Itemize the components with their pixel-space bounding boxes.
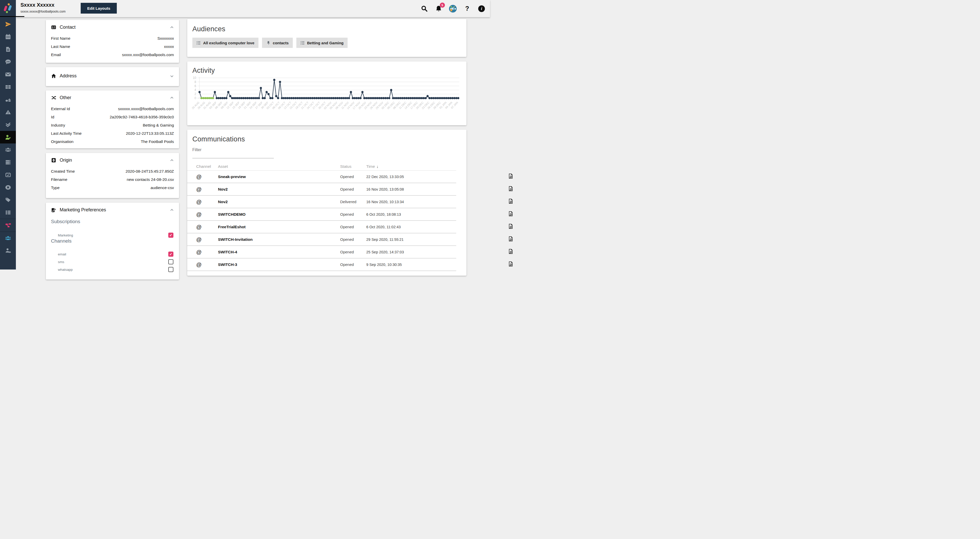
table-row: @ SWITCH-Invitation Opened 29 Sep 2020, … [187,234,456,246]
filter-input[interactable] [192,152,274,158]
whats-new-icon[interactable] [449,5,457,13]
field-label: Id [51,115,54,119]
help-icon[interactable]: ? [463,5,471,13]
chevron-up-icon[interactable] [170,96,174,100]
field-label: External Id [51,107,70,111]
svg-text:SMS: SMS [6,61,10,62]
field-row: Last Namexxxxx [46,45,179,49]
channel-row: sms [46,259,179,264]
pin-icon [266,41,270,45]
email-channel-icon: @ [196,249,218,255]
shuffle-icon [51,95,56,100]
sidebar-item-calendar[interactable] [0,30,16,43]
svg-text:10: 10 [193,76,196,79]
sms-checkbox-unchecked[interactable] [168,259,173,264]
time-text: 6 Oct 2020, 11:02:43 [366,225,443,229]
card-title: Address [60,73,170,79]
field-value: audience-csv [70,186,174,190]
sidebar-item-documents[interactable] [0,43,16,56]
time-text: 22 Dec 2020, 13:33:05 [366,175,443,179]
chevron-up-icon[interactable] [170,25,174,29]
field-value: 2020-12-22T13:33:05.113Z [92,131,174,136]
chevron-up-icon[interactable] [170,208,174,212]
sidebar-item-automation[interactable] [0,219,16,232]
field-value: Betting & Gaming [75,123,174,127]
communications-card: Communications Filter Channel Asset Stat… [187,130,466,269]
table-header-row: Channel Asset Status Time↓ [187,162,456,171]
audience-chip[interactable]: All excluding computer love [192,38,258,48]
table-row: @ SWITCH-4 Opened 25 Sep 2020, 14:37:03 [187,246,456,259]
audiences-card: Audiences All excluding computer love co… [187,19,466,57]
contact-card: Contact First NameSxxxxxxx Last Namexxxx… [46,20,179,63]
calendar-check-icon [5,172,11,178]
table-row: @ Nov2 Delivered 16 Nov 2020, 10:13:34 [187,196,456,208]
sidebar-item-community[interactable] [0,232,16,244]
table-row: @ Nov2 Opened 16 Nov 2020, 13:05:08 [187,183,456,196]
status-text: Opened [340,250,366,254]
origin-card: Origin Created Time2020-08-24T15:45:27.8… [46,153,179,198]
audience-chip[interactable]: contacts [262,38,293,48]
sidebar-item-contacts-active[interactable] [0,131,16,143]
sidebar-nav: SMS [0,18,16,257]
time-text: 29 Sep 2020, 11:55:21 [366,237,443,242]
edit-layouts-button[interactable]: Edit Layouts [81,3,117,14]
double-check-icon [5,121,11,128]
sidebar-item-assets[interactable] [0,93,16,106]
card-title: Origin [60,157,170,163]
sidebar-item-suppressions[interactable] [0,181,16,194]
audiences-title: Audiences [187,19,466,33]
sidebar-item-approvals[interactable] [0,118,16,131]
asset-name: Nov2 [218,200,340,204]
field-value: xxxxx [80,45,174,49]
chevron-up-icon[interactable] [170,158,174,162]
notifications-bell-icon[interactable]: 5 [435,5,442,13]
people-group-blue-icon [5,235,11,241]
info-circle-glyph: i [478,5,485,12]
field-value: Sxxxxxxx [81,36,174,41]
field-label: First Name [51,36,70,41]
table-row: @ SWITCHDEMO Opened 6 Oct 2020, 18:08:13 [187,208,456,221]
col-header-asset[interactable]: Asset [218,164,340,169]
sidebar-item-send[interactable] [0,18,16,30]
sidebar-item-data[interactable] [0,156,16,169]
info-icon[interactable]: i [478,5,485,13]
other-card: Other External Idsxxxxx.xxxx@footballpoo… [46,91,179,148]
sidebar-item-tables[interactable] [0,81,16,93]
col-header-time[interactable]: Time↓ [366,164,443,169]
field-label: Email [51,52,61,57]
marketing-checkbox-checked[interactable]: ✓ [168,233,173,238]
sidebar-item-tags[interactable] [0,194,16,206]
field-label: Organisation [51,139,73,144]
activity-card: Activity 108642025 AUG28 AUG31 AUG03 SEP… [187,62,466,125]
person-edit-icon [5,134,11,140]
field-value: The Football Pools [84,139,174,144]
sidebar-item-tasks[interactable] [0,169,16,181]
sidebar-item-alerts[interactable] [0,106,16,118]
channel-row: email ✓ [46,251,179,257]
sidebar-item-roles[interactable] [0,244,16,257]
whatsapp-checkbox-unchecked[interactable] [168,267,173,269]
table-row: @ FreeTrialEshot Opened 6 Oct 2020, 11:0… [187,221,456,234]
sidebar-item-lists[interactable] [0,206,16,219]
asset-name: SWITCH-3 [218,262,340,267]
topbar-icons: 5 ? i [420,0,485,17]
card-title: Marketing Preferences [60,207,170,213]
question-mark-glyph: ? [465,5,469,12]
search-icon[interactable] [420,5,428,13]
sidebar-item-email[interactable] [0,68,16,81]
people-group-icon [5,146,11,153]
field-value: sxxxx.xxx@footballpools.com [71,52,174,57]
sidebar-item-audiences[interactable] [0,143,16,156]
status-text: Opened [340,237,366,242]
user-email: sxxxx.xxxxx@footballpools.com [21,10,65,13]
chevron-down-icon[interactable] [170,74,174,78]
col-header-channel[interactable]: Channel [196,164,218,169]
field-label: Last Name [51,45,70,49]
email-checkbox-checked[interactable]: ✓ [168,251,173,257]
col-header-status[interactable]: Status [340,164,366,169]
app-logo[interactable] [0,0,16,16]
field-row: Typeaudience-csv [46,186,179,190]
subscriptions-heading: Subscriptions [46,219,179,224]
audience-chip[interactable]: Betting and Gaming [296,38,348,48]
sidebar-item-sms[interactable]: SMS [0,56,16,68]
